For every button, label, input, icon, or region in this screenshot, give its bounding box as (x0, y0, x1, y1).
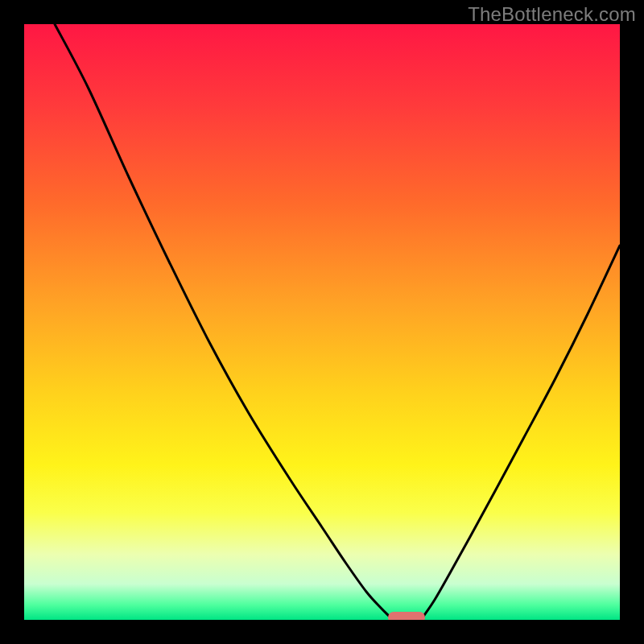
chart-svg (24, 24, 620, 620)
watermark-text: TheBottleneck.com (468, 3, 636, 26)
chart-frame: TheBottleneck.com (0, 0, 644, 644)
minimum-marker (388, 612, 425, 620)
plot-background (24, 24, 620, 620)
